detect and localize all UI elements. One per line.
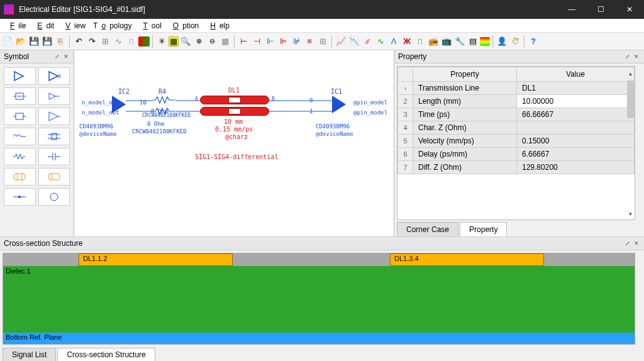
undock-icon[interactable]: ⤢ xyxy=(624,53,631,60)
menu-file[interactable]: File xyxy=(3,20,30,31)
menu-tool[interactable]: Tool xyxy=(136,20,165,31)
symbol-res[interactable] xyxy=(4,148,36,165)
analysis1-icon[interactable]: 📈 xyxy=(335,35,347,48)
model2-icon[interactable]: ⏱ xyxy=(509,35,521,48)
prop-val[interactable]: 6.66667 xyxy=(517,148,635,161)
symbol-node[interactable] xyxy=(4,188,36,206)
prop-key[interactable]: Diff. Z (Ohm) xyxy=(413,161,517,174)
device5-icon[interactable] xyxy=(480,37,490,46)
analysis7-icon[interactable]: ⎍ xyxy=(414,35,426,48)
symbol-tx2[interactable] xyxy=(38,87,70,105)
trace-dl1-3-4[interactable]: DL1.3.4 xyxy=(390,253,544,266)
net7-icon[interactable]: ⊞ xyxy=(316,35,329,48)
menu-topology[interactable]: Topology xyxy=(89,20,135,31)
prop-val[interactable]: DL1 xyxy=(517,82,635,95)
redo-icon[interactable]: ↷ xyxy=(86,35,98,48)
symbol-circle[interactable] xyxy=(38,188,70,206)
menu-option[interactable]: Option xyxy=(165,20,203,31)
pulse-icon[interactable]: ⎍ xyxy=(125,35,138,48)
minimize-button[interactable]: — xyxy=(557,0,586,19)
analysis4-icon[interactable]: ∿ xyxy=(374,35,387,48)
scrollbar-thumb[interactable] xyxy=(627,81,634,118)
dl1-line-top[interactable] xyxy=(200,96,269,104)
menu-view[interactable]: View xyxy=(58,20,89,31)
tab-corner-case[interactable]: Corner Case xyxy=(397,222,458,236)
grid1-icon[interactable]: ⊞ xyxy=(99,35,111,48)
symbol-diff[interactable] xyxy=(38,128,70,145)
prop-key[interactable]: Char. Z (Ohm) xyxy=(413,121,517,135)
tab-cross-section[interactable]: Cross-section Structure xyxy=(57,348,155,361)
save-all-icon[interactable]: 💾 xyxy=(41,35,53,48)
property-table[interactable]: Property Value › Transmission Line DL12 … xyxy=(397,67,635,174)
symbol-buffer[interactable] xyxy=(4,67,36,85)
scroll-up-icon[interactable]: ▲ xyxy=(627,69,634,78)
receiver-ic1[interactable] xyxy=(332,96,346,113)
col-property[interactable]: Property xyxy=(413,67,517,82)
waveform-icon[interactable]: ∿ xyxy=(112,35,125,48)
tab-property[interactable]: Property xyxy=(460,222,507,236)
symbol-amp[interactable] xyxy=(38,108,70,125)
close-panel-icon[interactable]: ✕ xyxy=(633,240,640,247)
undo-icon[interactable]: ↶ xyxy=(72,35,85,48)
color-icon[interactable] xyxy=(138,36,150,47)
symbol-tline2[interactable] xyxy=(38,168,70,186)
net5-icon[interactable]: ⊯ xyxy=(290,35,303,48)
device1-icon[interactable]: 📻 xyxy=(427,35,440,48)
prop-val[interactable] xyxy=(517,121,635,135)
prop-key[interactable]: Velocity (mm/ps) xyxy=(413,135,517,148)
net4-icon[interactable]: ⊫ xyxy=(277,35,289,48)
select-icon[interactable]: ✳ xyxy=(155,35,168,48)
symbol-buffer2[interactable] xyxy=(38,67,70,85)
prop-val[interactable]: 66.66667 xyxy=(517,108,635,121)
maximize-button[interactable]: ☐ xyxy=(586,0,615,19)
analysis6-icon[interactable]: Ж xyxy=(401,35,413,48)
col-value[interactable]: Value xyxy=(517,67,635,82)
menu-edit[interactable]: Edit xyxy=(30,20,58,31)
device3-icon[interactable]: 🔧 xyxy=(453,35,466,48)
scroll-down-icon[interactable]: ▼ xyxy=(627,209,634,218)
dl1-line-bot[interactable] xyxy=(200,107,269,116)
symbol-coil[interactable] xyxy=(4,128,36,145)
net6-icon[interactable]: ≡ xyxy=(303,35,316,48)
symbol-tline[interactable] xyxy=(4,168,36,186)
model1-icon[interactable]: 👤 xyxy=(496,35,508,48)
prop-key[interactable]: Length (mm) xyxy=(413,95,517,108)
close-panel-icon[interactable]: ✕ xyxy=(633,53,640,60)
symbol-box1[interactable] xyxy=(4,108,36,125)
analysis5-icon[interactable]: Λ xyxy=(387,35,400,48)
highlight-icon[interactable]: ▦ xyxy=(169,36,179,47)
analysis3-icon[interactable]: ⫽ xyxy=(361,35,374,48)
export-icon[interactable]: ⎘ xyxy=(54,35,67,48)
net1-icon[interactable]: ⊢ xyxy=(237,35,250,48)
close-button[interactable]: ✕ xyxy=(615,0,644,19)
symbol-cap[interactable] xyxy=(38,148,70,165)
driver-ic2[interactable] xyxy=(112,96,126,113)
prop-val[interactable]: 129.80200 xyxy=(517,161,635,174)
zoom-minus-icon[interactable]: ⊖ xyxy=(206,35,218,48)
schematic-canvas[interactable]: IC2 IC1 R4 10 n_model_out n_model_out @p… xyxy=(74,50,394,236)
device4-icon[interactable]: ▤ xyxy=(467,35,479,48)
close-panel-icon[interactable]: ✕ xyxy=(62,53,70,60)
trace-dl1-1-2[interactable]: DL1.1.2 xyxy=(79,253,233,266)
xsection-view[interactable]: DL1.1.2 DL1.3.4 Dielec.1 Bottom Ref. Pla… xyxy=(3,253,635,345)
new-icon[interactable]: 📄 xyxy=(1,35,14,48)
net2-icon[interactable]: ⊣ xyxy=(250,35,263,48)
prop-key[interactable]: Time (ps) xyxy=(413,108,517,121)
zoom-plus-icon[interactable]: ⊕ xyxy=(192,35,205,48)
grid-icon[interactable]: ▦ xyxy=(219,35,231,48)
net3-icon[interactable]: ⊩ xyxy=(264,35,276,48)
prop-val[interactable]: 0.15000 xyxy=(517,135,635,148)
open-icon[interactable]: 📂 xyxy=(14,35,27,48)
undock-icon[interactable]: ⤢ xyxy=(624,240,631,247)
zoom-in-icon[interactable]: 🔍 xyxy=(179,35,192,48)
save-icon[interactable]: 💾 xyxy=(28,35,40,48)
analysis2-icon[interactable]: 📉 xyxy=(348,35,360,48)
help-icon[interactable]: ? xyxy=(527,35,540,48)
prop-val[interactable]: 10.00000 xyxy=(517,95,635,108)
menu-help[interactable]: Help xyxy=(203,20,233,31)
tab-signal-list[interactable]: Signal List xyxy=(3,348,56,361)
symbol-tx1[interactable] xyxy=(4,87,36,105)
device2-icon[interactable]: 📺 xyxy=(440,35,453,48)
prop-key[interactable]: Delay (ps/mm) xyxy=(413,148,517,161)
undock-icon[interactable]: ⤢ xyxy=(53,53,61,60)
